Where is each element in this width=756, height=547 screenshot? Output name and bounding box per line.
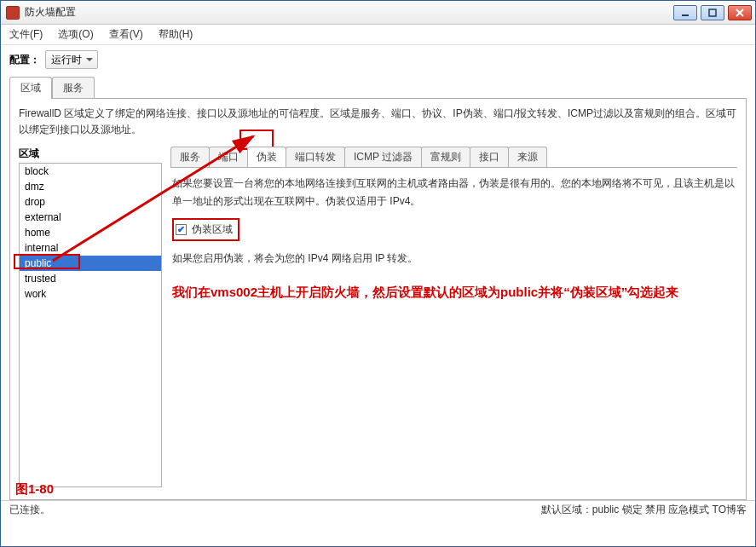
window-title: 防火墙配置 xyxy=(25,5,673,20)
inner-tab-6[interactable]: 接口 xyxy=(470,147,509,167)
statusbar: 已连接。 默认区域：public 锁定 禁用 应急模式 TO博客 xyxy=(1,500,755,519)
inner-tabs: 服务端口伪装端口转发ICMP 过滤器富规则接口来源 xyxy=(170,147,737,168)
masquerade-checkbox[interactable]: ✔ xyxy=(176,224,187,235)
inner-tab-4[interactable]: ICMP 过滤器 xyxy=(344,147,422,167)
inner-tab-7[interactable]: 来源 xyxy=(508,147,547,167)
menu-help[interactable]: 帮助(H) xyxy=(159,27,193,42)
close-button[interactable] xyxy=(728,5,752,20)
tab-service[interactable]: 服务 xyxy=(52,77,95,99)
inner-tab-2[interactable]: 伪装 xyxy=(247,147,286,167)
zone-panel: FirewallD 区域定义了绑定的网络连接、接口以及源地址的可信程度。区域是服… xyxy=(9,98,747,500)
config-label: 配置： xyxy=(9,53,40,67)
zone-item-trusted[interactable]: trusted xyxy=(20,271,161,286)
status-right: 默认区域：public 锁定 禁用 应急模式 TO博客 xyxy=(541,503,747,517)
figure-label: 图1-80 xyxy=(15,481,54,498)
menubar: 文件(F) 选项(O) 查看(V) 帮助(H) xyxy=(1,25,755,45)
masquerade-checkbox-wrap[interactable]: ✔ 伪装区域 xyxy=(172,218,239,240)
app-icon xyxy=(6,6,20,20)
minimize-button[interactable] xyxy=(673,5,697,20)
menu-file[interactable]: 文件(F) xyxy=(9,27,43,42)
menu-options[interactable]: 选项(O) xyxy=(58,27,93,42)
inner-tab-0[interactable]: 服务 xyxy=(170,147,210,167)
tab-zone[interactable]: 区域 xyxy=(9,77,52,99)
inner-tab-3[interactable]: 端口转发 xyxy=(286,147,345,167)
zone-list[interactable]: blockdmzdropexternalhomeinternalpublictr… xyxy=(19,163,162,487)
config-combo[interactable]: 运行时 xyxy=(45,50,98,69)
annotation-text: 我们在vms002主机上开启防火墙，然后设置默认的区域为public并将“伪装区… xyxy=(172,280,736,305)
zones-header: 区域 xyxy=(19,147,162,161)
masquerade-checkbox-label: 伪装区域 xyxy=(192,221,233,238)
status-left: 已连接。 xyxy=(9,503,50,517)
menu-view[interactable]: 查看(V) xyxy=(109,27,143,42)
maximize-button[interactable] xyxy=(701,5,724,20)
svg-rect-1 xyxy=(709,9,716,16)
zone-item-external[interactable]: external xyxy=(20,210,161,225)
masq-desc2: 如果您启用伪装，将会为您的 IPv4 网络启用 IP 转发。 xyxy=(172,250,736,267)
zone-item-block[interactable]: block xyxy=(20,164,161,179)
zone-item-drop[interactable]: drop xyxy=(20,194,161,210)
zone-item-public[interactable]: public xyxy=(20,256,161,271)
inner-tab-5[interactable]: 富规则 xyxy=(421,147,470,167)
masq-desc1: 如果您要设置一台将您的本地网络连接到互联网的主机或者路由器，伪装是很有用的。您的… xyxy=(172,175,736,210)
zone-item-work[interactable]: work xyxy=(20,286,161,302)
titlebar: 防火墙配置 xyxy=(1,1,755,25)
zone-description: FirewallD 区域定义了绑定的网络连接、接口以及源地址的可信程度。区域是服… xyxy=(19,106,737,138)
zone-item-internal[interactable]: internal xyxy=(20,240,161,256)
inner-tab-1[interactable]: 端口 xyxy=(209,147,248,167)
zone-item-home[interactable]: home xyxy=(20,225,161,240)
zone-item-dmz[interactable]: dmz xyxy=(20,179,161,194)
